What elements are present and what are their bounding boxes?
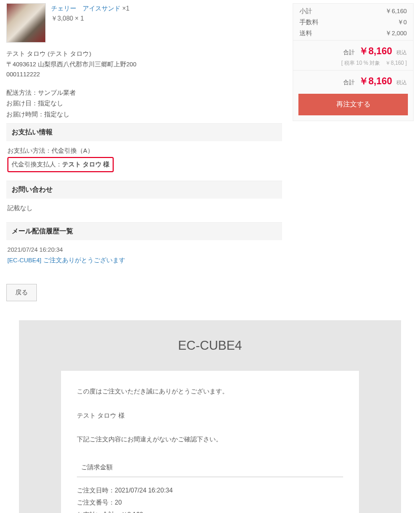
payment-payer-name: テスト タロウ 様 xyxy=(62,161,109,167)
shipping-time: お届け時間：指定なし xyxy=(6,109,282,120)
summary-ship-row: 送料 ￥2,000 xyxy=(299,28,407,39)
contact-body: 記載なし xyxy=(6,199,282,219)
product-qty: ×1 xyxy=(121,5,129,12)
shipping-name: テスト タロウ (テスト タロウ) xyxy=(6,49,282,60)
email-confirm: 下記ご注文内容にお間違えがないかご確認下さい。 xyxy=(77,433,343,446)
summary-grand-row: 合計 ￥8,160 税込 xyxy=(293,70,413,90)
mail-section-body: 2021/07/24 16:20:34 [EC-CUBE4] ご注文ありがとうご… xyxy=(6,240,282,271)
email-title: EC-CUBE4 xyxy=(19,338,401,353)
shipping-date: お届け日：指定なし xyxy=(6,98,282,109)
mail-date: 2021/07/24 16:20:34 xyxy=(7,244,279,255)
payment-section-body: お支払い方法：代金引換（A） 代金引換支払人：テスト タロウ 様 xyxy=(6,141,282,177)
fee-label: 手数料 xyxy=(299,18,318,26)
email-greeting: この度はご注文いただき誠にありがとうございます。 xyxy=(77,386,343,398)
ship-label: 送料 xyxy=(299,29,312,37)
shipping-address-block: テスト タロウ (テスト タロウ) 〒4093612 山梨県西八代郡市川三郷町上… xyxy=(6,49,282,80)
email-pay-total: お支払い合計：￥8,160 xyxy=(77,509,343,513)
email-order-no: ご注文番号：20 xyxy=(77,497,343,509)
mail-section-header: メール配信履歴一覧 xyxy=(6,222,282,240)
payment-section-header: お支払い情報 xyxy=(6,123,282,141)
mail-link[interactable]: [EC-CUBE4] ご注文ありがとうございます xyxy=(7,257,125,263)
email-section-bill: ご請求金額 xyxy=(77,458,343,477)
shipping-address: 〒4093612 山梨県西八代郡市川三郷町上野200 xyxy=(6,60,282,70)
summary-fee-row: 手数料 ￥0 xyxy=(299,17,407,28)
tax-detail: [ 税率 10 % 対象 ￥8,160 ] xyxy=(293,60,413,70)
shipping-phone: 0001112222 xyxy=(6,70,282,80)
payment-method: お支払い方法：代金引換（A） xyxy=(7,145,279,156)
total-tax-label: 税込 xyxy=(396,49,407,56)
subtotal-value: ￥6,160 xyxy=(385,7,407,15)
product-price: ￥3,080 × 1 xyxy=(51,14,129,23)
summary-panel: 小計 ￥6,160 手数料 ￥0 送料 ￥2,000 合計 ￥8,160 税込 … xyxy=(293,3,414,121)
payment-payer-highlight: 代金引換支払人：テスト タロウ 様 xyxy=(7,157,114,172)
ship-value: ￥2,000 xyxy=(385,29,407,37)
summary-total-row: 合計 ￥8,160 税込 xyxy=(293,40,413,60)
reorder-button[interactable]: 再注文する xyxy=(298,94,408,115)
grand-tax-label: 税込 xyxy=(396,79,407,86)
payment-payer-prefix: 代金引換支払人： xyxy=(12,161,62,167)
total-value: ￥8,160 xyxy=(359,45,392,57)
back-button[interactable]: 戻る xyxy=(6,284,37,301)
fee-value: ￥0 xyxy=(397,18,407,26)
email-body: この度はご注文いただき誠にありがとうございます。 テスト タロウ 様 下記ご注文… xyxy=(61,371,359,513)
email-order-date: ご注文日時：2021/07/24 16:20:34 xyxy=(77,485,343,497)
shipping-method-block: 配送方法：サンプル業者 お届け日：指定なし お届け時間：指定なし xyxy=(6,87,282,120)
total-label: 合計 xyxy=(343,48,355,56)
contact-section-header: お問い合わせ xyxy=(6,181,282,199)
shipping-method: 配送方法：サンプル業者 xyxy=(6,87,282,98)
grand-label: 合計 xyxy=(343,78,355,86)
product-name-text: チェリー アイスサンド xyxy=(51,5,121,12)
product-row: チェリー アイスサンド ×1 ￥3,080 × 1 xyxy=(6,3,282,43)
subtotal-label: 小計 xyxy=(299,7,312,15)
grand-value: ￥8,160 xyxy=(359,75,392,87)
product-name[interactable]: チェリー アイスサンド ×1 xyxy=(51,4,129,13)
email-preview-panel: EC-CUBE4 この度はご注文いただき誠にありがとうございます。 テスト タロ… xyxy=(19,320,401,513)
summary-subtotal-row: 小計 ￥6,160 xyxy=(299,6,407,17)
product-image xyxy=(6,3,46,43)
email-customer: テスト タロウ 様 xyxy=(77,410,343,422)
